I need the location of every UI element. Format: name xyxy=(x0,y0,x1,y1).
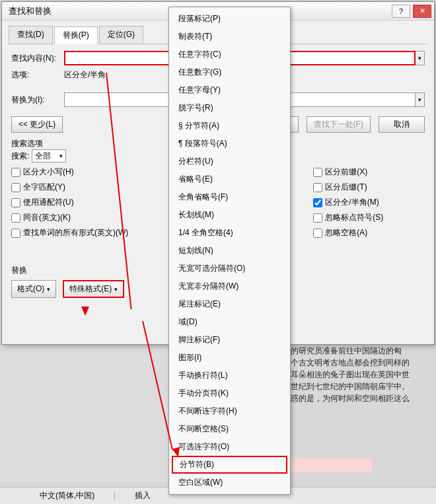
help-button[interactable]: ? xyxy=(392,5,410,18)
menu-item-section-break[interactable]: 分节符(B) xyxy=(172,456,287,474)
menu-item-24[interactable]: 可选连字符(O) xyxy=(169,438,290,456)
menu-item-7[interactable]: ¶ 段落符号(A) xyxy=(169,135,290,153)
format-button[interactable]: 格式(O)▾ xyxy=(11,280,56,298)
status-insert[interactable]: 插入 xyxy=(135,490,151,501)
menu-item-3[interactable]: 任意数字(G) xyxy=(169,63,290,81)
tab-goto[interactable]: 定位(G) xyxy=(99,26,143,44)
menu-item-11[interactable]: 长划线(M) xyxy=(169,206,290,224)
menu-item-1[interactable]: 制表符(T) xyxy=(169,28,290,46)
check-right-4[interactable]: 忽略空格(A) xyxy=(313,227,383,238)
find-next-button[interactable]: 查找下一处(F) xyxy=(307,116,371,133)
menu-item-6[interactable]: § 分节符(A) xyxy=(169,117,290,135)
menu-item-20[interactable]: 手动换行符(L) xyxy=(169,367,290,384)
left-check-column: 区分大小写(H)全字匹配(Y)使用通配符(U)同音(英文)(K)查找单词的所有形… xyxy=(11,166,128,238)
check-right-3[interactable]: 忽略标点符号(S) xyxy=(313,212,383,223)
menu-item-21[interactable]: 手动分页符(K) xyxy=(169,384,290,402)
menu-item-8[interactable]: 分栏符(U) xyxy=(169,153,290,170)
menu-item-18[interactable]: 脚注标记(F) xyxy=(169,331,290,349)
annotation-arrowhead-1 xyxy=(81,306,89,316)
less-button[interactable]: << 更少(L) xyxy=(11,116,63,133)
menu-item-2[interactable]: 任意字符(C) xyxy=(169,46,290,63)
check-right-2[interactable]: 区分全/半角(M) xyxy=(313,197,383,208)
check-right-1[interactable]: 区分后缀(T) xyxy=(313,182,383,193)
menu-item-22[interactable]: 不间断连字符(H) xyxy=(169,402,290,420)
right-check-column: 区分前缀(X)区分后缀(T)区分全/半角(M)忽略标点符号(S)忽略空格(A) xyxy=(313,166,383,238)
option-label: 选项: xyxy=(11,69,64,81)
menu-item-23[interactable]: 不间断空格(S) xyxy=(169,420,290,438)
check-left-3[interactable]: 同音(英文)(K) xyxy=(11,212,128,223)
replace-label: 替换为(I): xyxy=(11,94,64,106)
option-value: 区分全/半角 xyxy=(64,69,106,81)
menu-item-12[interactable]: 1/4 全角空格(4) xyxy=(169,224,290,242)
search-scope-combo[interactable]: 全部▾ xyxy=(32,149,66,162)
background-panel-left xyxy=(0,343,168,482)
menu-item-17[interactable]: 域(D) xyxy=(169,313,290,331)
replace-dropdown[interactable]: ▾ xyxy=(416,92,425,107)
check-left-2[interactable]: 使用通配符(U) xyxy=(11,197,128,208)
status-language[interactable]: 中文(简体,中国) xyxy=(40,490,94,501)
menu-item-9[interactable]: 省略号(E) xyxy=(169,170,290,188)
menu-item-10[interactable]: 全角省略号(F) xyxy=(169,188,290,206)
menu-item-19[interactable]: 图形(I) xyxy=(169,349,290,367)
close-button[interactable]: ✕ xyxy=(413,5,431,18)
check-left-4[interactable]: 查找单词的所有形式(英文)(W) xyxy=(11,227,128,238)
check-right-0[interactable]: 区分前缀(X) xyxy=(313,166,383,178)
special-format-button[interactable]: 特殊格式(E)▾ xyxy=(63,280,124,298)
tab-replace[interactable]: 替换(P) xyxy=(54,26,98,44)
background-document-text: 的研究员准备前往中国隔边的匈 个古文明考古地点都会挖到同样的 耳朵相连的兔子图出… xyxy=(291,345,436,404)
check-left-1[interactable]: 全字匹配(Y) xyxy=(11,182,128,193)
menu-item-15[interactable]: 无宽非分隔符(W) xyxy=(169,277,290,295)
search-direction-label: 搜索: xyxy=(11,151,29,162)
menu-item-14[interactable]: 无宽可选分隔符(O) xyxy=(169,260,290,277)
cancel-button[interactable]: 取消 xyxy=(379,116,425,133)
menu-item-5[interactable]: 脱字号(R) xyxy=(169,99,290,117)
menu-item-13[interactable]: 短划线(N) xyxy=(169,242,290,260)
special-format-menu: 段落标记(P)制表符(T)任意字符(C)任意数字(G)任意字母(Y)脱字号(R)… xyxy=(168,7,291,495)
menu-item-16[interactable]: 尾注标记(E) xyxy=(169,295,290,313)
tab-find[interactable]: 查找(D) xyxy=(9,26,53,44)
menu-item-0[interactable]: 段落标记(P) xyxy=(169,10,290,28)
menu-item-last[interactable]: 空白区域(W) xyxy=(169,474,290,491)
menu-item-4[interactable]: 任意字母(Y) xyxy=(169,81,290,99)
find-label: 查找内容(N): xyxy=(11,53,64,64)
check-left-0[interactable]: 区分大小写(H) xyxy=(11,166,128,178)
find-dropdown[interactable]: ▾ xyxy=(416,51,425,65)
